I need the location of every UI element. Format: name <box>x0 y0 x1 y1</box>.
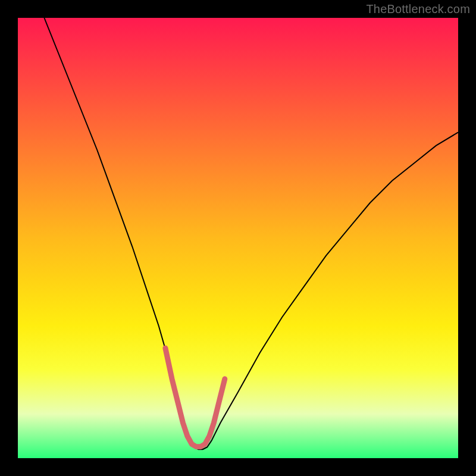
bottleneck-curve <box>44 18 458 449</box>
chart-frame: TheBottleneck.com <box>0 0 476 476</box>
watermark-text: TheBottleneck.com <box>366 2 470 16</box>
plot-area <box>18 18 458 458</box>
chart-svg <box>18 18 458 458</box>
